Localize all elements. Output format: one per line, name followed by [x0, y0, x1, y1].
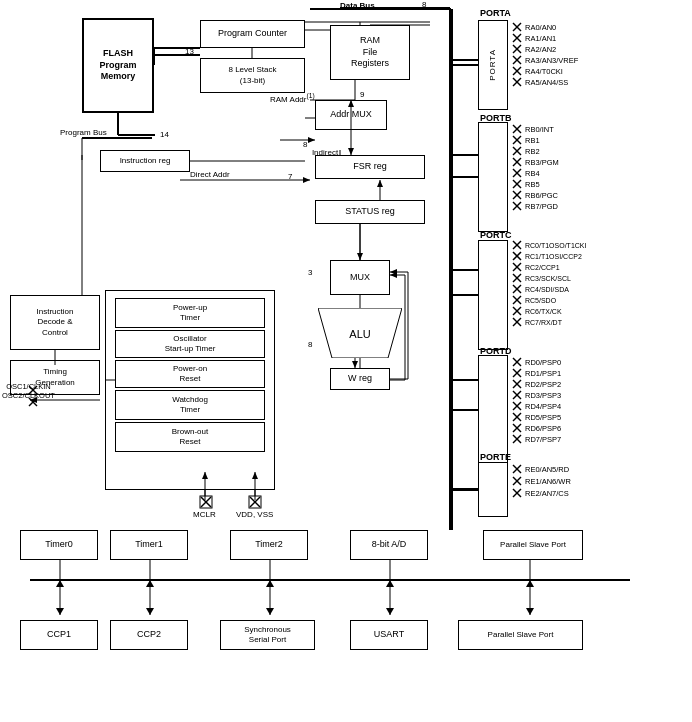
svg-marker-46: [303, 177, 310, 183]
w-reg-block: W reg: [330, 368, 390, 390]
ram-addr-text: RAM Addr: [270, 95, 306, 104]
fsr-reg-block: FSR reg: [315, 155, 425, 179]
n14-label: 14: [160, 130, 169, 140]
svg-marker-24: [56, 580, 64, 587]
porta-label: PORTA: [488, 49, 498, 81]
portb-title: PORTB: [480, 113, 512, 124]
adc-label: 8-bit A/D: [372, 539, 407, 551]
n13-label: 13: [185, 47, 194, 57]
portd-pins: RD0/PSP0 RD1/PSP1 RD2/PSP2 RD3/PSP3 RD4/…: [512, 357, 561, 444]
timer0-block: Timer0: [20, 530, 98, 560]
instruction-reg-block: Instruction reg: [100, 150, 190, 172]
fsr-reg-label: FSR reg: [353, 161, 387, 173]
svg-marker-63: [390, 272, 397, 278]
usart-block: USART: [350, 620, 428, 650]
n9-label: 9: [360, 90, 364, 100]
flash-memory-label: FLASH Program Memory: [99, 48, 136, 83]
osc1-xmark: [28, 385, 38, 395]
ccp2-label: CCP2: [137, 629, 161, 641]
powerup-timer-block: Power-up Timer: [115, 298, 265, 328]
flash-memory-block: FLASH Program Memory: [82, 18, 154, 113]
poweron-reset-block: Power-on Reset: [115, 360, 265, 388]
addr-mux-block: Addr MUX: [315, 100, 387, 130]
block-diagram: FLASH Program Memory Program Counter 8 L…: [0, 0, 692, 722]
powerup-timer-label: Power-up Timer: [173, 303, 207, 324]
porta-pin-5: RA5/AN4/SS: [525, 78, 568, 87]
porta-pins: RA0/AN0 RA1/AN1 RA2/AN2 RA3/AN3/VREF RA4…: [512, 22, 578, 87]
svg-marker-20: [146, 608, 154, 615]
ram-block: RAM File Registers: [330, 25, 410, 80]
ram-addr-label: RAM Addr(1): [270, 92, 315, 104]
porta-title: PORTA: [480, 8, 511, 19]
portb-pins: RB0/INT RB1 RB2 RB3/PGM RB4 RB5 RB6/PGC …: [512, 124, 559, 211]
timer1-label: Timer1: [135, 539, 163, 551]
brownout-label: Brown-out Reset: [172, 427, 208, 448]
status-reg-label: STATUS reg: [345, 206, 395, 218]
instruction-reg-label: Instruction reg: [120, 156, 171, 166]
svg-marker-23: [526, 608, 534, 615]
timer1-block: Timer1: [110, 530, 188, 560]
portd-title: PORTD: [480, 346, 512, 357]
porta-pin-3: RA3/AN3/VREF: [525, 56, 578, 65]
osc2-xmark: [28, 397, 38, 407]
parallel-slave-bottom-label: Parallel Slave Port: [488, 630, 554, 640]
brownout-block: Brown-out Reset: [115, 422, 265, 452]
ram-label: RAM File Registers: [351, 35, 389, 70]
mclr-xmark: [199, 495, 213, 509]
portc-block: [478, 240, 508, 350]
program-bus-text: Program Bus: [60, 128, 107, 137]
sync-serial-label: Synchronous Serial Port: [244, 625, 291, 646]
porta-pin-4: RA4/T0CKI: [525, 67, 563, 76]
portc-pins: RC0/T1OSO/T1CKI RC1/T1OSI/CCP2 RC2/CCP1 …: [512, 240, 586, 327]
addr-mux-label: Addr MUX: [330, 109, 372, 121]
ccp2-block: CCP2: [110, 620, 188, 650]
direct-addr-label: Direct Addr: [190, 170, 230, 180]
portc-title: PORTC: [480, 230, 512, 241]
svg-marker-160: [357, 253, 363, 260]
program-bus-label: Program Bus: [60, 128, 107, 138]
svg-marker-25: [146, 580, 154, 587]
instruction-decode-block: Instruction Decode & Control: [10, 295, 100, 350]
porte-title: PORTE: [480, 452, 511, 463]
timer2-block: Timer2: [230, 530, 308, 560]
porte-block: [478, 462, 508, 517]
status-reg-block: STATUS reg: [315, 200, 425, 224]
svg-marker-28: [526, 580, 534, 587]
porta-pin-2: RA2/AN2: [525, 45, 556, 54]
n8-alu: 8: [308, 340, 312, 350]
svg-marker-158: [377, 180, 383, 187]
porta-block: PORTA: [478, 20, 508, 110]
portd-block: [478, 355, 508, 465]
stack-block: 8 Level Stack (13-bit): [200, 58, 305, 93]
w-reg-label: W reg: [348, 373, 372, 385]
timer0-label: Timer0: [45, 539, 73, 551]
porta-pin-0: RA0/AN0: [525, 23, 556, 32]
osc-startup-block: Oscillator Start-up Timer: [115, 330, 265, 358]
ram-addr-sup: (1): [306, 92, 314, 99]
ccp1-block: CCP1: [20, 620, 98, 650]
stack-label: 8 Level Stack (13-bit): [228, 65, 276, 86]
data-bus-label: Data Bus: [340, 1, 375, 11]
usart-label: USART: [374, 629, 404, 641]
timer2-label: Timer2: [255, 539, 283, 551]
parallel-slave-bottom-block: Parallel Slave Port: [458, 620, 583, 650]
portb-block: [478, 122, 508, 232]
program-counter-label: Program Counter: [218, 28, 287, 40]
poweron-reset-label: Power-on Reset: [173, 364, 207, 385]
vdd-vss-label: VDD, VSS: [236, 510, 273, 520]
mux-label: MUX: [350, 272, 370, 284]
direct-addr-text: Direct Addr: [190, 170, 230, 179]
svg-marker-163: [352, 361, 358, 368]
mux-block: MUX: [330, 260, 390, 295]
svg-marker-175: [308, 137, 315, 143]
svg-marker-26: [266, 580, 274, 587]
n8-databus: 8: [422, 0, 426, 10]
svg-marker-167: [390, 269, 397, 275]
porta-pin-1: RA1/AN1: [525, 34, 556, 43]
svg-marker-22: [386, 608, 394, 615]
sync-serial-block: Synchronous Serial Port: [220, 620, 315, 650]
n3-label: 3: [308, 268, 312, 278]
osc-startup-label: Oscillator Start-up Timer: [165, 334, 216, 355]
watchdog-block: Watchdog Timer: [115, 390, 265, 420]
svg-marker-19: [56, 608, 64, 615]
